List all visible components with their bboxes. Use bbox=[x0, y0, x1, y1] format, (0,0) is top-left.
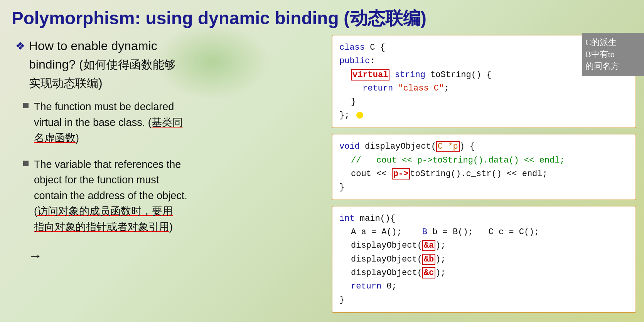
code-line-m-1: int main(){ bbox=[339, 212, 629, 225]
code-box-main: int main(){ A a = A(); B b = B(); C c = … bbox=[332, 206, 636, 313]
diamond-icon: ❖ bbox=[15, 38, 25, 54]
side-note-line1: C的派生 bbox=[585, 37, 641, 49]
bullet-text-1: The function must be declared virtual in… bbox=[34, 99, 183, 146]
code-line-do-1: void displayObject(C *p) { bbox=[339, 140, 629, 153]
title-text-end: ) bbox=[421, 8, 427, 28]
arrow-symbol: → bbox=[15, 245, 316, 266]
bullet-square-icon-2 bbox=[23, 161, 29, 166]
main-layout: ❖ How to enable dynamic binding? (如何使得函数… bbox=[0, 33, 644, 322]
code-line-5: } bbox=[339, 95, 629, 109]
bullet-square-icon bbox=[23, 103, 29, 108]
code-line-do-4: } bbox=[339, 181, 629, 194]
page-title: Polymorphism: using dynamic binding (动态联… bbox=[0, 0, 644, 33]
code-line-m-6: return 0; bbox=[339, 280, 629, 293]
yellow-dot bbox=[356, 112, 363, 119]
code-line-m-2: A a = A(); B b = B(); C c = C(); bbox=[339, 225, 629, 239]
code-line-m-7: } bbox=[339, 293, 629, 307]
bullet-text-2: The variable that references the object … bbox=[34, 157, 187, 235]
side-note-line3: 的同名方 bbox=[585, 60, 641, 72]
code-line-do-2: // cout << p->toString().data() << endl; bbox=[339, 154, 629, 167]
code-box-display-object: void displayObject(C *p) { // cout << p-… bbox=[332, 134, 636, 200]
side-note-line2: B中有to bbox=[585, 49, 641, 60]
code-line-4: return "class C"; bbox=[339, 82, 629, 95]
code-line-do-3: cout << p->toString().c_str() << endl; bbox=[339, 167, 629, 181]
bullet-list: The function must be declared virtual in… bbox=[15, 99, 316, 235]
code-line-m-3: displayObject(&a); bbox=[339, 239, 629, 252]
page-content: Polymorphism: using dynamic binding (动态联… bbox=[0, 0, 644, 322]
left-panel: ❖ How to enable dynamic binding? (如何使得函数… bbox=[8, 33, 324, 318]
how-to-text: How to enable dynamic binding? (如何使得函数能够… bbox=[29, 37, 176, 92]
how-to-heading: ❖ How to enable dynamic binding? (如何使得函数… bbox=[15, 37, 316, 92]
side-note: C的派生 B中有to 的同名方 bbox=[582, 33, 644, 76]
title-text-cn: 动态联编 bbox=[350, 8, 421, 28]
code-line-m-4: displayObject(&b); bbox=[339, 253, 629, 266]
title-text-en: Polymorphism: using dynamic binding ( bbox=[12, 8, 350, 28]
code-line-m-5: displayObject(&c); bbox=[339, 266, 629, 280]
right-panel: C的派生 B中有to 的同名方 class C { public: virtua… bbox=[332, 33, 636, 318]
bullet-item-2: The variable that references the object … bbox=[23, 157, 316, 235]
code-line-6: }; bbox=[339, 109, 629, 122]
bullet-item-1: The function must be declared virtual in… bbox=[23, 99, 316, 146]
